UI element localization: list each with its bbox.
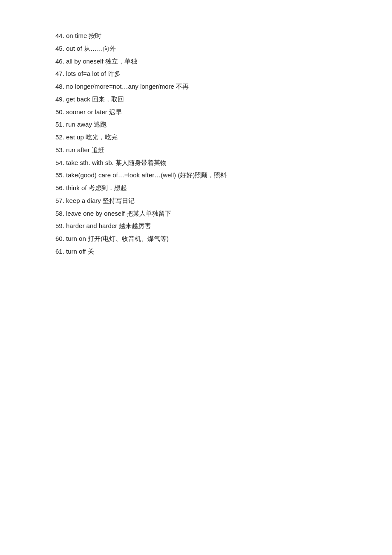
list-item: 59. harder and harder 越来越厉害 bbox=[55, 220, 392, 232]
item-english: keep a diary bbox=[66, 197, 103, 204]
item-chinese: 越来越厉害 bbox=[119, 222, 151, 229]
list-item: 47. lots of=a lot of 许多 bbox=[55, 68, 392, 80]
item-english: all by oneself bbox=[66, 58, 105, 65]
item-english: out of bbox=[66, 45, 84, 52]
item-chinese: 追赶 bbox=[92, 146, 104, 153]
item-english: no longer/more=not…any longer/more bbox=[66, 83, 176, 90]
item-number: 45. bbox=[55, 45, 66, 52]
item-number: 54. bbox=[55, 159, 66, 166]
item-number: 57. bbox=[55, 197, 66, 204]
item-english: take sth. with sb. bbox=[66, 159, 115, 166]
item-chinese: 按时 bbox=[89, 32, 101, 39]
item-chinese: 迟早 bbox=[109, 108, 122, 116]
item-english: eat up bbox=[66, 133, 86, 141]
list-item: 46. all by oneself 独立，单独 bbox=[55, 55, 392, 67]
item-english: take(good) care of…=look after…(well) bbox=[66, 171, 178, 179]
list-item: 60. turn on 打开(电灯、收音机、煤气等) bbox=[55, 233, 392, 245]
list-item: 48. no longer/more=not…any longer/more 不… bbox=[55, 81, 392, 92]
item-number: 44. bbox=[55, 32, 66, 39]
item-chinese: 考虑到，想起 bbox=[89, 184, 127, 191]
item-chinese: 某人随身带着某物 bbox=[115, 159, 167, 166]
list-item: 45. out of 从……向外 bbox=[55, 43, 392, 55]
list-item: 61. turn off 关 bbox=[55, 246, 392, 257]
item-chinese: 不再 bbox=[176, 83, 189, 90]
list-item: 57. keep a diary 坚持写日记 bbox=[55, 195, 392, 207]
item-english: turn on bbox=[66, 235, 88, 242]
item-chinese: 逃跑 bbox=[94, 121, 107, 128]
item-english: harder and harder bbox=[66, 222, 119, 229]
item-number: 50. bbox=[55, 108, 66, 116]
item-number: 52. bbox=[55, 133, 66, 141]
list-item: 58. leave one by oneself 把某人单独留下 bbox=[55, 208, 392, 220]
item-english: think of bbox=[66, 184, 89, 191]
item-number: 59. bbox=[55, 222, 66, 229]
item-number: 53. bbox=[55, 146, 66, 153]
item-number: 47. bbox=[55, 70, 66, 77]
list-item: 54. take sth. with sb. 某人随身带着某物 bbox=[55, 157, 392, 169]
item-chinese: 关 bbox=[88, 248, 94, 255]
item-english: get back bbox=[66, 95, 92, 103]
item-english: leave one by oneself bbox=[66, 210, 127, 217]
list-item: 52. eat up 吃光，吃完 bbox=[55, 131, 392, 143]
item-number: 61. bbox=[55, 248, 66, 255]
item-chinese: 打开(电灯、收音机、煤气等) bbox=[88, 235, 169, 242]
item-chinese: 回来，取回 bbox=[92, 95, 124, 103]
main-content: 44. on time 按时45. out of 从……向外46. all by… bbox=[0, 0, 392, 257]
item-chinese: 许多 bbox=[108, 70, 121, 77]
list-item: 44. on time 按时 bbox=[55, 30, 392, 42]
item-chinese: 把某人单独留下 bbox=[127, 210, 171, 217]
list-item: 56. think of 考虑到，想起 bbox=[55, 182, 392, 194]
item-chinese: (好好)照顾，照料 bbox=[178, 171, 227, 179]
item-number: 49. bbox=[55, 95, 66, 103]
list-item: 50. sooner or later 迟早 bbox=[55, 106, 392, 118]
item-chinese: 坚持写日记 bbox=[103, 197, 135, 204]
item-number: 58. bbox=[55, 210, 66, 217]
list-item: 53. run after 追赶 bbox=[55, 144, 392, 156]
list-item: 51. run away 逃跑 bbox=[55, 119, 392, 130]
item-english: sooner or later bbox=[66, 108, 109, 116]
item-number: 51. bbox=[55, 121, 66, 128]
item-chinese: 从……向外 bbox=[84, 45, 116, 52]
item-number: 56. bbox=[55, 184, 66, 191]
item-english: on time bbox=[66, 32, 89, 39]
item-english: run away bbox=[66, 121, 94, 128]
item-english: run after bbox=[66, 146, 92, 153]
list-item: 49. get back 回来，取回 bbox=[55, 93, 392, 105]
item-number: 55. bbox=[55, 171, 66, 179]
item-chinese: 吃光，吃完 bbox=[86, 133, 118, 141]
item-number: 46. bbox=[55, 58, 66, 65]
item-english: turn off bbox=[66, 248, 88, 255]
item-number: 60. bbox=[55, 235, 66, 242]
item-number: 48. bbox=[55, 83, 66, 90]
item-english: lots of=a lot of bbox=[66, 70, 108, 77]
item-chinese: 独立，单独 bbox=[105, 58, 137, 65]
list-item: 55. take(good) care of…=look after…(well… bbox=[55, 169, 392, 181]
